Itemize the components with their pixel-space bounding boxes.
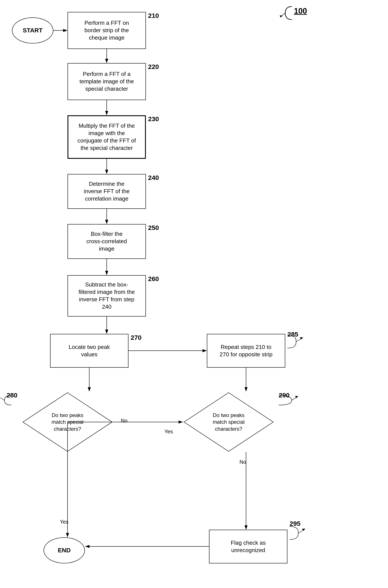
step-220-label: 220 <box>148 63 159 70</box>
step-270-label: 270 <box>131 334 142 341</box>
step-285-label: 285 <box>287 331 298 338</box>
step-280-label: 280 <box>6 392 17 399</box>
step-295-text: Flag check asunrecognized <box>231 539 266 554</box>
diamond-290-wrapper: Do two peaksmatch specialcharacters? <box>183 392 274 453</box>
step-210-text: Perform a FFT onborder strip of thechequ… <box>84 19 129 41</box>
diamond-280-wrapper: Do two peaksmatch specialcharacters? <box>22 392 113 453</box>
start-oval: START <box>12 17 53 44</box>
step-240-box: Determine theinverse FFT of thecorrelati… <box>68 174 146 209</box>
start-label: START <box>23 27 43 34</box>
step-210-label: 210 <box>148 12 159 19</box>
step-250-label: 250 <box>148 224 159 231</box>
svg-line-26 <box>292 397 297 400</box>
step-220-text: Perform a FFT of atemplate image of thes… <box>79 70 134 92</box>
arrows-layer <box>0 0 388 588</box>
svg-line-21 <box>296 338 302 342</box>
step-295-box: Flag check asunrecognized <box>209 530 287 564</box>
svg-line-25 <box>0 397 4 400</box>
step-285-text: Repeat steps 210 to270 for opposite stri… <box>220 344 273 358</box>
label-yes-left: Yes <box>60 519 68 525</box>
step-290-label: 290 <box>279 392 290 399</box>
step-270-text: Locate two peakvalues <box>69 344 110 358</box>
ref-bracket <box>279 4 296 22</box>
step-210-box: Perform a FFT onborder strip of thechequ… <box>68 12 146 49</box>
diamond-290-label: Do two peaksmatch specialcharacters? <box>183 392 274 453</box>
step-250-text: Box-filter thecross-correlatedimage <box>86 230 127 252</box>
step-285-box: Repeat steps 210 to270 for opposite stri… <box>207 334 285 368</box>
end-oval: END <box>44 537 85 564</box>
step-230-text: Multiply the FFT of theimage with thecon… <box>77 122 136 152</box>
flowchart-diagram: 100 START Perform a FFT onborder strip o… <box>0 0 388 588</box>
label-no-280: No <box>121 418 128 424</box>
step-230-label: 230 <box>148 115 159 123</box>
step-295-label: 295 <box>290 520 300 527</box>
step-260-label: 260 <box>148 275 159 283</box>
step-230-box: Multiply the FFT of theimage with thecon… <box>68 115 146 159</box>
svg-marker-27 <box>295 396 298 398</box>
svg-line-23 <box>298 530 304 533</box>
step-220-box: Perform a FFT of atemplate image of thes… <box>68 63 146 100</box>
svg-marker-22 <box>300 337 303 339</box>
step-270-box: Locate two peakvalues <box>50 334 128 368</box>
svg-marker-24 <box>302 529 305 531</box>
step-240-text: Determine theinverse FFT of thecorrelati… <box>84 180 130 202</box>
step-260-box: Subtract the box-filtered image from the… <box>68 275 146 317</box>
label-no-290: No <box>240 459 246 465</box>
step-260-text: Subtract the box-filtered image from the… <box>79 281 135 310</box>
step-240-label: 240 <box>148 174 159 181</box>
diamond-280-label: Do two peaksmatch specialcharacters? <box>22 392 113 453</box>
label-yes-290: Yes <box>164 429 173 435</box>
end-label: END <box>58 547 71 554</box>
step-250-box: Box-filter thecross-correlatedimage <box>68 224 146 259</box>
